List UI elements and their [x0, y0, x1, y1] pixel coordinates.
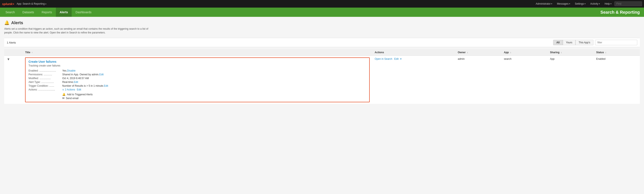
modified-value: Oct 4, 2019 6:46:57 AM	[62, 77, 89, 80]
nav-reports[interactable]: Reports	[38, 7, 56, 17]
page-description: Alerts set a condition that triggers an …	[4, 27, 152, 34]
col-title[interactable]: Title ↑	[22, 49, 372, 56]
table-body: ▼ Create User failures Tracking create u…	[4, 56, 640, 104]
splunk-logo[interactable]: splunk>	[2, 2, 14, 6]
col-actions: Actions	[372, 49, 455, 56]
messages-chevron-icon: ▾	[569, 3, 570, 5]
action-item-triggered: 🔔 Add to Triggered Alerts	[62, 93, 92, 96]
detail-trigger: Trigger Condition: ....... Number of Res…	[28, 84, 366, 87]
top-nav-right: Administrator ▾ Messages ▾ Settings ▾ Ac…	[534, 1, 642, 6]
open-in-search-link[interactable]: Open in Search	[375, 57, 392, 60]
help-menu[interactable]: Help ▾	[603, 1, 613, 6]
owner-sort-icon: ↕	[467, 51, 468, 54]
app-title: Search & Reporting	[600, 10, 644, 15]
enabled-value: Yes.	[62, 69, 67, 72]
alert-type-label: Alert Type: ..................	[28, 81, 62, 84]
alert-type-value: Real-time.	[62, 81, 74, 84]
page-title: 🔔 Alerts	[4, 20, 640, 25]
permissions-edit-link[interactable]: Edit	[99, 73, 104, 76]
status-sort-icon: ↕	[605, 51, 606, 54]
title-sort-icon: ↑	[32, 51, 33, 54]
col-expand	[4, 49, 22, 56]
trigger-value: Number of Results is > 5 in 1 minute.	[62, 84, 104, 87]
actions-content: ∨ 2 Actions Edit 🔔 Add to Triggered Aler…	[62, 88, 92, 100]
nav-dashboards[interactable]: Dashboards	[72, 7, 95, 17]
help-chevron-icon: ▾	[610, 3, 612, 5]
table-row: ▼ Create User failures Tracking create u…	[4, 56, 640, 104]
detail-alert-type: Alert Type: .................. Real-time…	[28, 81, 366, 84]
page-header: 🔔 Alerts Alerts set a condition that tri…	[4, 20, 640, 34]
row-actions-cell: Open in Search Edit ▾	[372, 56, 455, 104]
edit-dropdown[interactable]: Edit ▾	[394, 57, 402, 60]
col-sharing[interactable]: Sharing ↕	[548, 49, 594, 56]
toolbar: 1 Alerts All Yours This App's	[4, 38, 640, 47]
logo-text: splunk>	[2, 2, 14, 6]
filter-input[interactable]	[595, 40, 637, 45]
find-input[interactable]	[614, 1, 642, 6]
row-app-cell: search	[502, 56, 548, 104]
row-sharing-cell: App	[548, 56, 594, 104]
page-content: 🔔 Alerts Alerts set a condition that tri…	[0, 17, 644, 107]
edit-link[interactable]: Edit	[394, 57, 399, 60]
administrator-menu[interactable]: Administrator ▾	[534, 1, 554, 6]
settings-chevron-icon: ▾	[584, 3, 586, 5]
action-item-email: ✉ Send email	[62, 97, 92, 100]
filter-all-button[interactable]: All	[553, 40, 562, 45]
mail-action-icon: ✉	[62, 97, 64, 100]
filter-thisapps-button[interactable]: This App's	[576, 40, 594, 45]
actions-label: Actions: ........................	[28, 88, 62, 91]
app-chevron-icon: ▾	[45, 3, 46, 5]
expand-toggle-icon[interactable]: ▼	[7, 57, 10, 61]
actions-summary-link[interactable]: ∨ 2 Actions	[62, 88, 75, 91]
title-cell: Create User failures Tracking create use…	[22, 56, 372, 104]
actions-summary: ∨ 2 Actions Edit	[62, 88, 92, 91]
bell-icon: 🔔	[4, 20, 10, 25]
detail-modified: Modified: ................ Oct 4, 2019 6…	[28, 77, 366, 80]
toolbar-right: All Yours This App's	[553, 40, 637, 45]
alert-description: Tracking create user failures	[28, 64, 366, 67]
expand-cell[interactable]: ▼	[4, 56, 22, 104]
add-triggered-label: Add to Triggered Alerts	[67, 93, 92, 96]
top-nav-left: splunk> App: Search & Reporting ▾	[2, 2, 46, 6]
nav-search[interactable]: Search	[2, 7, 18, 17]
alerts-table: Title ↑ Actions Owner ↕ App ↕ Sharing ↕	[4, 49, 640, 104]
app-name[interactable]: App: Search & Reporting ▾	[17, 2, 46, 5]
app-sort-icon: ↕	[510, 51, 511, 54]
col-app[interactable]: App ↕	[502, 49, 548, 56]
col-owner[interactable]: Owner ↕	[455, 49, 502, 56]
detail-actions: Actions: ........................ ∨ 2 Ac…	[28, 88, 366, 100]
filter-button-group: All Yours This App's	[553, 40, 594, 45]
nav-alerts[interactable]: Alerts	[56, 7, 72, 17]
activity-chevron-icon: ▾	[599, 3, 600, 5]
actions-edit-link[interactable]: Edit	[77, 88, 81, 91]
table-header: Title ↑ Actions Owner ↕ App ↕ Sharing ↕	[4, 49, 640, 56]
app-navbar: Search Datasets Reports Alerts Dashboard…	[0, 7, 644, 17]
bell-action-icon: 🔔	[62, 93, 66, 96]
alert-title-link[interactable]: Create User failures	[28, 60, 56, 63]
permissions-value: Shared in App. Owned by admin.	[62, 73, 99, 76]
trigger-label: Trigger Condition: .......	[28, 84, 62, 87]
trigger-edit-link[interactable]: Edit	[104, 84, 108, 87]
edit-chevron-icon: ▾	[400, 57, 402, 60]
nav-datasets[interactable]: Datasets	[18, 7, 38, 17]
expanded-row-content: Create User failures Tracking create use…	[25, 57, 370, 102]
sharing-sort-icon: ↕	[561, 51, 562, 54]
administrator-chevron-icon: ▾	[551, 3, 552, 5]
messages-menu[interactable]: Messages ▾	[555, 1, 572, 6]
col-status[interactable]: Status ↕	[594, 49, 640, 56]
action-items: 🔔 Add to Triggered Alerts ✉ Send email	[62, 93, 92, 100]
alerts-count: 1 Alerts	[7, 41, 16, 44]
send-email-label: Send email	[66, 97, 78, 100]
activity-menu[interactable]: Activity ▾	[588, 1, 602, 6]
settings-menu[interactable]: Settings ▾	[573, 1, 587, 6]
filter-yours-button[interactable]: Yours	[563, 40, 576, 45]
detail-enabled: Enabled: ........................ Yes. D…	[28, 69, 366, 72]
row-owner-cell: admin	[455, 56, 502, 104]
modified-label: Modified: ................	[28, 77, 62, 80]
alert-type-edit-link[interactable]: Edit	[74, 81, 78, 84]
app-nav-items: Search Datasets Reports Alerts Dashboard…	[2, 7, 95, 17]
row-status-cell: Enabled	[594, 56, 640, 104]
top-navbar: splunk> App: Search & Reporting ▾ Admini…	[0, 0, 644, 7]
disable-link[interactable]: Disable	[67, 69, 76, 72]
detail-permissions: Permissions: ............ Shared in App.…	[28, 73, 366, 76]
